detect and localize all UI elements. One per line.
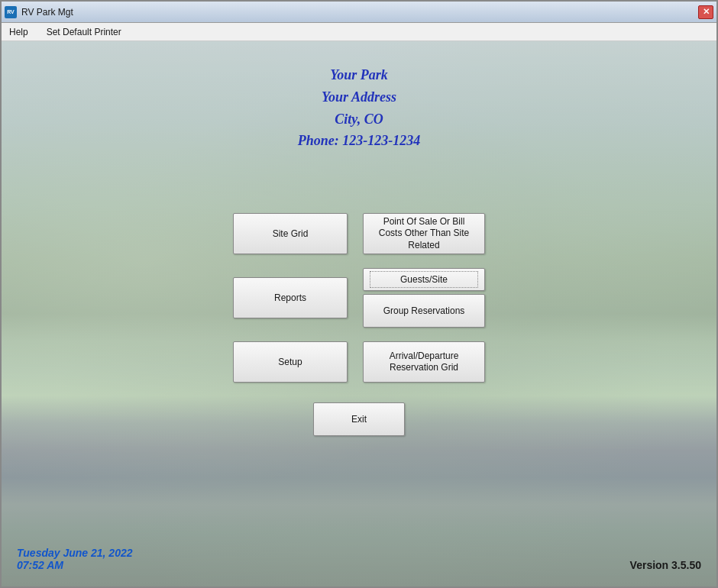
window-title: RV Park Mgt (21, 7, 73, 18)
close-button[interactable]: ✕ (698, 5, 713, 19)
park-city-state: City, CO (298, 108, 421, 131)
menu-item-help[interactable]: Help (6, 25, 31, 39)
button-row-3: Setup Arrival/Departure Reservation Grid (233, 341, 485, 383)
title-bar-left: RV RV Park Mgt (5, 6, 73, 18)
title-bar: RV RV Park Mgt ✕ (2, 2, 716, 23)
reports-button[interactable]: Reports (233, 277, 348, 318)
park-info: Your Park Your Address City, CO Phone: 1… (298, 64, 421, 152)
pos-button[interactable]: Point Of Sale Or Bill Costs Other Than S… (363, 213, 485, 254)
guests-site-label: Guests/Site (370, 271, 478, 288)
app-icon: RV (5, 6, 17, 18)
site-grid-button[interactable]: Site Grid (233, 213, 348, 254)
menu-bar: Help Set Default Printer (2, 23, 716, 41)
right-col-double: Guests/Site Group Reservations (363, 268, 485, 328)
content-layer: Your Park Your Address City, CO Phone: 1… (2, 41, 716, 586)
bottom-info: Tuesday June 21, 2022 07:52 AM (17, 547, 133, 571)
button-row-1: Site Grid Point Of Sale Or Bill Costs Ot… (233, 213, 485, 254)
park-phone: Phone: 123-123-1234 (298, 130, 421, 152)
date-display: Tuesday June 21, 2022 (17, 547, 133, 559)
park-name: Your Park (298, 64, 421, 86)
group-reservations-button[interactable]: Group Reservations (363, 294, 485, 328)
setup-button[interactable]: Setup (233, 341, 348, 383)
exit-button[interactable]: Exit (313, 402, 405, 436)
window-frame: RV RV Park Mgt ✕ Help Set Default Printe… (0, 0, 718, 588)
button-section: Site Grid Point Of Sale Or Bill Costs Ot… (233, 213, 485, 436)
park-address: Your Address (298, 86, 421, 108)
menu-item-printer[interactable]: Set Default Printer (44, 25, 125, 39)
main-content: Your Park Your Address City, CO Phone: 1… (2, 41, 716, 586)
exit-row: Exit (313, 402, 405, 436)
version-display: Version 3.5.50 (630, 559, 701, 571)
time-display: 07:52 AM (17, 559, 133, 571)
arrival-departure-button[interactable]: Arrival/Departure Reservation Grid (363, 341, 485, 383)
guests-site-button[interactable]: Guests/Site (363, 268, 485, 291)
button-row-2: Reports Guests/Site Group Reservations (233, 268, 485, 328)
